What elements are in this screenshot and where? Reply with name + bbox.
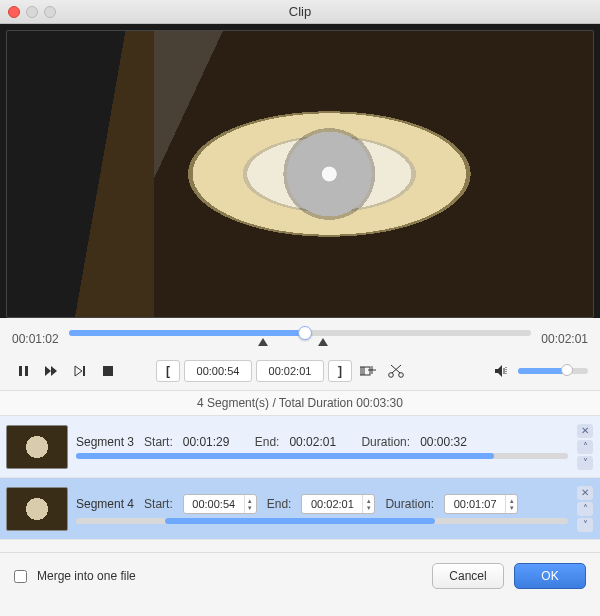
segments-summary: 4 Segment(s) / Total Duration 00:03:30 (0, 390, 600, 416)
segment-thumbnail (6, 487, 68, 531)
in-point-marker[interactable] (258, 338, 268, 346)
segments-list: Segment 3 Start: 00:01:29 End: 00:02:01 … (0, 416, 600, 552)
segment-row[interactable]: Segment 3 Start: 00:01:29 End: 00:02:01 … (0, 416, 600, 478)
start-time: 00:01:29 (183, 435, 245, 449)
duration-time-stepper[interactable]: ▴▾ (444, 494, 518, 514)
cut-icon[interactable] (384, 360, 408, 382)
segment-row[interactable]: Segment 4 Start: ▴▾ End: ▴▾ Duration: ▴▾… (0, 478, 600, 540)
fast-forward-button[interactable] (40, 360, 64, 382)
current-time: 00:01:02 (12, 332, 59, 346)
volume-slider[interactable] (518, 368, 588, 374)
segment-name: Segment 3 (76, 435, 134, 449)
ok-button[interactable]: OK (514, 563, 586, 589)
merge-label[interactable]: Merge into one file (37, 569, 136, 583)
set-in-point-button[interactable]: [ (156, 360, 180, 382)
segment-thumbnail (6, 425, 68, 469)
end-time-stepper[interactable]: ▴▾ (301, 494, 375, 514)
svg-line-14 (392, 365, 401, 373)
timeline-track[interactable] (69, 324, 532, 354)
svg-rect-1 (25, 366, 28, 376)
start-label: Start: (144, 497, 173, 511)
next-frame-button[interactable] (68, 360, 92, 382)
out-point-time[interactable]: 00:02:01 (256, 360, 324, 382)
segment-name: Segment 4 (76, 497, 134, 511)
stepper-buttons[interactable]: ▴▾ (362, 495, 374, 513)
end-time: 00:02:01 (289, 435, 351, 449)
cancel-button[interactable]: Cancel (432, 563, 504, 589)
timeline-fill (69, 330, 305, 336)
end-label: End: (267, 497, 292, 511)
volume-knob[interactable] (561, 364, 573, 376)
window-title: Clip (0, 4, 600, 19)
svg-point-12 (389, 373, 394, 378)
start-label: Start: (144, 435, 173, 449)
svg-marker-3 (51, 366, 57, 376)
move-up-icon[interactable]: ˄ (577, 502, 593, 516)
volume-icon[interactable] (490, 360, 514, 382)
video-preview-area (0, 24, 600, 318)
video-frame[interactable] (6, 30, 594, 318)
stepper-buttons[interactable]: ▴▾ (244, 495, 256, 513)
remove-segment-icon[interactable]: ✕ (577, 486, 593, 500)
in-point-time[interactable]: 00:00:54 (184, 360, 252, 382)
move-down-icon[interactable]: ˅ (577, 518, 593, 532)
svg-marker-4 (75, 366, 82, 376)
start-time-stepper[interactable]: ▴▾ (183, 494, 257, 514)
svg-point-13 (399, 373, 404, 378)
timeline: 00:01:02 00:02:01 (0, 318, 600, 356)
svg-rect-6 (103, 366, 113, 376)
svg-marker-2 (45, 366, 51, 376)
svg-marker-16 (495, 365, 502, 377)
end-time: 00:02:01 (541, 332, 588, 346)
svg-line-15 (391, 365, 400, 373)
player-controls: [ 00:00:54 00:02:01 ] (0, 356, 600, 390)
add-segment-icon[interactable] (356, 360, 380, 382)
segment-progress[interactable] (76, 453, 568, 459)
svg-rect-5 (83, 366, 85, 376)
footer: Merge into one file Cancel OK (0, 552, 600, 599)
stop-button[interactable] (96, 360, 120, 382)
out-point-marker[interactable] (318, 338, 328, 346)
pause-button[interactable] (12, 360, 36, 382)
segment-progress[interactable] (76, 518, 568, 524)
duration-label: Duration: (361, 435, 410, 449)
set-out-point-button[interactable]: ] (328, 360, 352, 382)
move-down-icon[interactable]: ˅ (577, 456, 593, 470)
duration-time: 00:00:32 (420, 435, 482, 449)
duration-time-input[interactable] (445, 498, 505, 510)
titlebar: Clip (0, 0, 600, 24)
start-time-input[interactable] (184, 498, 244, 510)
end-label: End: (255, 435, 280, 449)
merge-checkbox[interactable] (14, 570, 27, 583)
move-up-icon[interactable]: ˄ (577, 440, 593, 454)
remove-segment-icon[interactable]: ✕ (577, 424, 593, 438)
duration-label: Duration: (385, 497, 434, 511)
svg-rect-0 (19, 366, 22, 376)
stepper-buttons[interactable]: ▴▾ (505, 495, 517, 513)
end-time-input[interactable] (302, 498, 362, 510)
timeline-playhead[interactable] (298, 326, 312, 340)
